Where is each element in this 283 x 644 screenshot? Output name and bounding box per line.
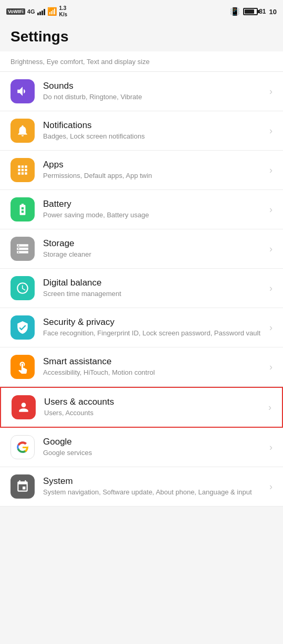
digital-balance-subtitle: Screen time management: [43, 289, 265, 299]
settings-item-apps[interactable]: Apps Permissions, Default apps, App twin…: [0, 151, 283, 190]
wifi-icon: 📶: [47, 7, 57, 16]
security-privacy-chevron: ›: [269, 322, 272, 333]
apps-icon: [16, 163, 29, 177]
storage-title: Storage: [43, 238, 265, 249]
settings-item-sounds[interactable]: Sounds Do not disturb, Ringtone, Vibrate…: [0, 72, 283, 111]
storage-subtitle: Storage cleaner: [43, 250, 265, 259]
network-speed: 1.3 K/s: [59, 5, 68, 18]
google-chevron: ›: [269, 442, 272, 453]
google-icon-wrap: [11, 435, 35, 459]
signal-4g-label: 4G: [27, 8, 35, 15]
sounds-title: Sounds: [43, 81, 265, 91]
settings-item-google[interactable]: Google Google services ›: [0, 428, 283, 467]
notifications-icon: [16, 124, 29, 138]
security-privacy-subtitle: Face recognition, Fingerprint ID, Lock s…: [43, 329, 265, 338]
system-icon-wrap: [11, 474, 35, 499]
partial-display-text: Brightness, Eye comfort, Text and displa…: [11, 58, 150, 66]
smart-assistance-title: Smart assistance: [43, 356, 265, 367]
notifications-chevron: ›: [269, 125, 272, 136]
notifications-title: Notifications: [43, 120, 265, 131]
storage-icon-wrap: [11, 237, 35, 261]
sounds-chevron: ›: [269, 86, 272, 97]
settings-item-smart-assistance[interactable]: Smart assistance Accessibility, HiTouch,…: [0, 347, 283, 387]
settings-item-battery[interactable]: Battery Power saving mode, Battery usage…: [0, 190, 283, 229]
security-privacy-icon-wrap: [11, 315, 35, 340]
vowifi-badge: VoWIFi: [6, 8, 25, 15]
battery-chevron: ›: [269, 204, 272, 215]
settings-item-security-privacy[interactable]: Security & privacy Face recognition, Fin…: [0, 308, 283, 347]
battery-content: Battery Power saving mode, Battery usage: [43, 199, 265, 220]
users-accounts-title: Users & accounts: [44, 397, 264, 407]
battery-icon-wrap: [11, 197, 35, 221]
status-bar-right: 📳 81 10: [230, 7, 277, 16]
battery-fill: [245, 9, 254, 14]
google-title: Google: [43, 437, 265, 447]
security-privacy-icon: [16, 321, 29, 334]
apps-content: Apps Permissions, Default apps, App twin: [43, 160, 265, 181]
apps-title: Apps: [43, 160, 265, 170]
security-privacy-content: Security & privacy Face recognition, Fin…: [43, 317, 265, 338]
status-bar: VoWIFi 4G 📶 1.3 K/s 📳 81 10: [0, 0, 283, 23]
google-icon: [16, 440, 29, 454]
system-icon: [16, 480, 29, 493]
battery-percent: 81: [259, 8, 266, 15]
smart-assistance-chevron: ›: [269, 362, 272, 373]
users-accounts-content: Users & accounts Users, Accounts: [44, 397, 264, 418]
notifications-icon-wrap: [11, 119, 35, 143]
digital-balance-icon: [16, 281, 29, 295]
notifications-subtitle: Badges, Lock screen notifications: [43, 132, 265, 141]
settings-item-storage[interactable]: Storage Storage cleaner ›: [0, 229, 283, 269]
sounds-icon: [16, 85, 29, 98]
partial-display-item[interactable]: Brightness, Eye comfort, Text and displa…: [0, 51, 283, 72]
smart-assistance-subtitle: Accessibility, HiTouch, Motion control: [43, 368, 265, 377]
users-accounts-chevron: ›: [268, 402, 271, 413]
settings-item-users-accounts[interactable]: Users & accounts Users, Accounts ›: [0, 387, 283, 428]
battery-subtitle: Power saving mode, Battery usage: [43, 210, 265, 220]
google-content: Google Google services: [43, 437, 265, 458]
settings-list: Sounds Do not disturb, Ringtone, Vibrate…: [0, 72, 283, 506]
security-privacy-title: Security & privacy: [43, 317, 265, 328]
users-accounts-icon: [17, 400, 30, 414]
battery-indicator: 81: [243, 8, 266, 15]
digital-balance-icon-wrap: [11, 276, 35, 300]
settings-item-digital-balance[interactable]: Digital balance Screen time management ›: [0, 269, 283, 308]
storage-icon: [16, 242, 29, 256]
system-chevron: ›: [269, 481, 272, 492]
settings-item-system[interactable]: System System navigation, Software updat…: [0, 467, 283, 506]
sounds-content: Sounds Do not disturb, Ringtone, Vibrate: [43, 81, 265, 102]
google-subtitle: Google services: [43, 448, 265, 458]
apps-chevron: ›: [269, 165, 272, 176]
system-title: System: [43, 476, 265, 487]
system-subtitle: System navigation, Software update, Abou…: [43, 488, 265, 497]
storage-content: Storage Storage cleaner: [43, 238, 265, 259]
smart-assistance-icon-wrap: [11, 355, 35, 379]
digital-balance-content: Digital balance Screen time management: [43, 278, 265, 299]
sounds-subtitle: Do not disturb, Ringtone, Vibrate: [43, 92, 265, 102]
smart-assistance-icon: [16, 360, 29, 374]
notifications-content: Notifications Badges, Lock screen notifi…: [43, 120, 265, 141]
digital-balance-chevron: ›: [269, 283, 272, 294]
battery-box: [243, 8, 258, 15]
storage-chevron: ›: [269, 244, 272, 255]
status-time: 10: [269, 8, 277, 16]
signal-bars-icon: [37, 8, 45, 15]
battery-title: Battery: [43, 199, 265, 209]
vibrate-icon: 📳: [230, 7, 240, 16]
status-bar-left: VoWIFi 4G 📶 1.3 K/s: [6, 5, 67, 18]
users-accounts-subtitle: Users, Accounts: [44, 408, 264, 418]
settings-item-notifications[interactable]: Notifications Badges, Lock screen notifi…: [0, 111, 283, 151]
system-content: System System navigation, Software updat…: [43, 476, 265, 497]
page-title: Settings: [11, 28, 272, 45]
users-accounts-icon-wrap: [12, 395, 36, 419]
digital-balance-title: Digital balance: [43, 278, 265, 288]
page-header: Settings: [0, 23, 283, 51]
battery-icon: [16, 203, 29, 216]
apps-icon-wrap: [11, 158, 35, 182]
sounds-icon-wrap: [11, 79, 35, 103]
apps-subtitle: Permissions, Default apps, App twin: [43, 171, 265, 181]
smart-assistance-content: Smart assistance Accessibility, HiTouch,…: [43, 356, 265, 377]
